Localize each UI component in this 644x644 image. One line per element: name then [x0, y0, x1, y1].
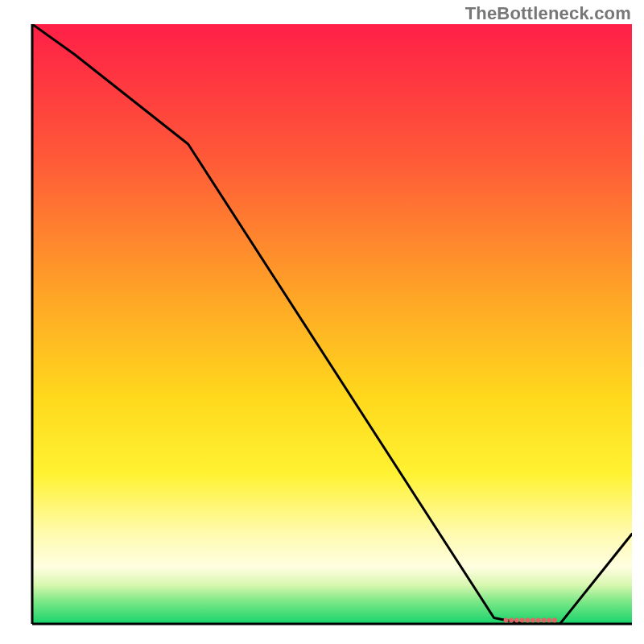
optimal-marker — [547, 618, 551, 623]
optimal-marker — [536, 618, 541, 623]
bottleneck-chart — [0, 0, 644, 644]
optimal-marker — [525, 618, 530, 623]
optimal-marker — [552, 618, 557, 623]
optimal-marker — [504, 618, 509, 623]
optimal-marker — [541, 618, 546, 623]
optimal-marker — [509, 618, 514, 623]
optimal-marker — [530, 618, 535, 623]
chart-background — [32, 24, 632, 624]
optimal-marker — [514, 618, 519, 623]
watermark-text: TheBottleneck.com — [465, 3, 631, 24]
optimal-marker — [520, 618, 525, 623]
